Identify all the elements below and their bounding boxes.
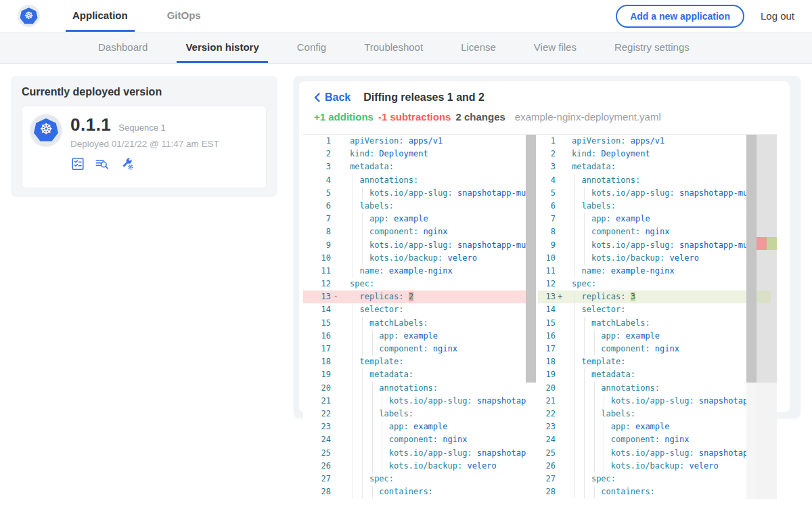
diff-line: 1apiVersion: apps/v1	[303, 135, 526, 148]
ruler-deletion-marker	[757, 237, 767, 250]
subtab-troubleshoot[interactable]: Troubleshoot	[355, 32, 432, 63]
code-text: annotations:	[340, 174, 526, 187]
code-text: spec:	[564, 278, 746, 290]
subtab-config[interactable]: Config	[288, 32, 335, 63]
code-text: kots.io/backup: velero	[564, 460, 746, 473]
line-number: 17	[538, 343, 556, 355]
line-number: 21	[303, 395, 331, 408]
line-number: 3	[303, 160, 331, 173]
diff-sign	[331, 317, 340, 330]
diff-sign	[556, 368, 564, 381]
diff-line: 2kind: Deployment	[303, 148, 526, 160]
diff-line: 1apiVersion: apps/v1	[538, 135, 746, 148]
subtab-dashboard[interactable]: Dashboard	[89, 32, 156, 63]
code-text: matchLabels:	[340, 317, 526, 330]
subtab-registry-settings[interactable]: Registry settings	[606, 32, 698, 63]
diff-line: 24 component: nginx	[303, 433, 526, 446]
preflight-checks-icon[interactable]	[70, 156, 85, 171]
line-number: 27	[538, 473, 556, 485]
line-number: 18	[538, 355, 556, 368]
diff-sign	[331, 174, 340, 187]
line-number: 3	[538, 160, 556, 173]
diff-pane-original[interactable]: 1apiVersion: apps/v12kind: Deployment3me…	[303, 135, 536, 499]
scrollbar-thumb[interactable]	[746, 135, 757, 383]
code-text: app: example	[564, 330, 746, 343]
code-text: name: example-nginx	[340, 265, 526, 278]
diff-sign	[331, 343, 340, 355]
diff-sign	[331, 160, 340, 173]
diff-line: 11 name: example-nginx	[538, 265, 746, 278]
diff-line: 22 labels:	[538, 408, 746, 420]
diff-line: 25 kots.io/app-slug: snapshotap	[538, 447, 746, 460]
diff-line: 7 app: example	[538, 213, 746, 225]
diff-line: 16 app: example	[538, 330, 746, 343]
line-number: 2	[538, 148, 556, 160]
line-number: 11	[538, 265, 556, 278]
code-text: component: nginx	[340, 433, 526, 446]
diff-sign	[556, 447, 564, 460]
diff-sign	[556, 278, 564, 290]
diff-sign: -	[331, 290, 340, 303]
diff-line: 6 labels:	[538, 200, 746, 213]
line-number: 16	[538, 330, 556, 343]
subtab-view-files[interactable]: View files	[525, 32, 585, 63]
edit-config-icon[interactable]	[119, 156, 135, 171]
subtab-license[interactable]: License	[452, 32, 505, 63]
diff-sign	[331, 187, 340, 200]
diff-sign	[331, 408, 340, 420]
tab-gitops[interactable]: GitOps	[160, 0, 208, 32]
line-number: 4	[303, 174, 331, 187]
line-number: 13	[538, 290, 556, 303]
diff-sign	[556, 148, 564, 160]
diff-line: 23 app: example	[538, 420, 746, 433]
diff-line: 18 template:	[538, 355, 746, 368]
code-text: replicas: 2	[340, 290, 526, 303]
diff-line: 7 app: example	[303, 213, 526, 225]
diff-sign	[331, 368, 340, 381]
code-text: component: nginx	[564, 225, 746, 238]
tab-application[interactable]: Application	[66, 0, 135, 32]
scrollbar-left	[526, 135, 536, 499]
code-text: component: nginx	[564, 343, 746, 355]
subtab-version-history[interactable]: Version history	[177, 32, 267, 63]
code-text: kots.io/app-slug: snapshotapp-mu	[340, 187, 526, 200]
diff-sign	[331, 473, 340, 485]
back-link[interactable]: Back	[314, 91, 351, 104]
diff-sign	[331, 460, 340, 473]
code-text: name: example-nginx	[564, 265, 746, 278]
diff-card: Back Diffing releases 1 and 2 +1 additio…	[299, 81, 790, 412]
add-application-button[interactable]: Add a new application	[616, 5, 744, 28]
diff-line: 22 labels:	[303, 408, 526, 420]
line-number: 12	[538, 278, 556, 290]
diff-pane-modified[interactable]: 1apiVersion: apps/v12kind: Deployment3me…	[538, 135, 777, 499]
line-number: 9	[303, 239, 331, 252]
code-text: apiVersion: apps/v1	[340, 135, 526, 148]
scrollbar-thumb[interactable]	[526, 135, 536, 383]
code-text: annotations:	[564, 174, 746, 187]
code-text: kots.io/backup: velero	[340, 252, 526, 265]
diff-sign	[331, 420, 340, 433]
diff-line: 23 app: example	[303, 420, 526, 433]
deployed-card-title: Currently deployed version	[22, 86, 267, 98]
code-text: spec:	[564, 473, 746, 485]
line-number: 2	[303, 148, 331, 160]
diff-line: 15 matchLabels:	[538, 317, 746, 330]
diff-line: 9 kots.io/app-slug: snapshotapp-mu	[303, 239, 526, 252]
logout-link[interactable]: Log out	[761, 10, 794, 22]
code-text: app: example	[340, 330, 526, 343]
code-text: annotations:	[340, 382, 526, 395]
version-number: 0.1.1	[70, 114, 111, 135]
diff-line: 14 selector:	[303, 303, 526, 316]
app-logo[interactable]: ☸	[18, 5, 40, 27]
diff-sign	[556, 433, 564, 446]
deploy-logs-icon[interactable]	[94, 156, 110, 171]
code-text: kots.io/app-slug: snapshotapp-mu	[564, 239, 746, 252]
diff-sign	[556, 174, 564, 187]
code-text: kots.io/app-slug: snapshotap	[564, 395, 746, 408]
diff-line: 20 annotations:	[303, 382, 526, 395]
app-subnav: Dashboard Version history Config Trouble…	[0, 32, 812, 64]
line-number: 7	[303, 213, 331, 225]
diff-sign	[556, 355, 564, 368]
diff-sign	[556, 317, 564, 330]
diff-line: 19 metadata:	[303, 368, 526, 381]
